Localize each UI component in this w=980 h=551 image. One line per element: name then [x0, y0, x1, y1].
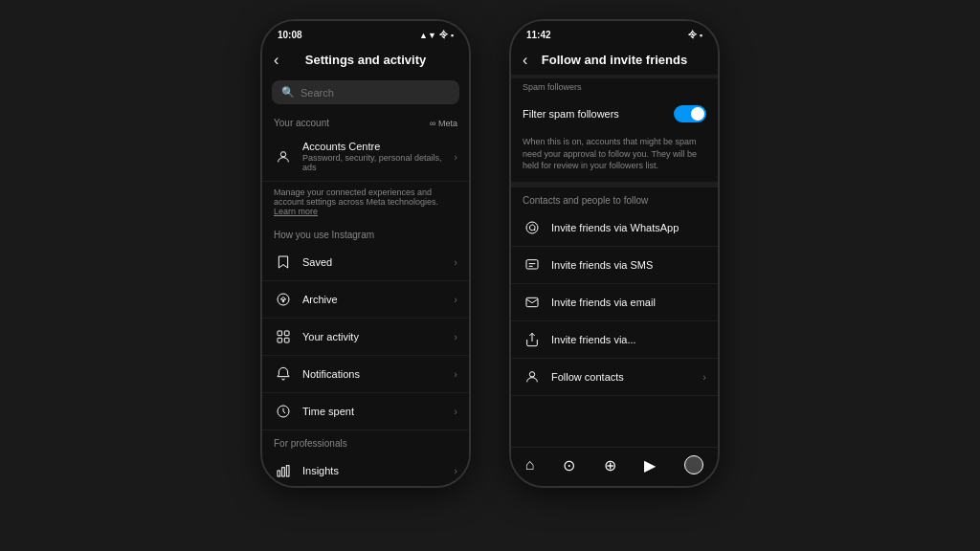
archive-item[interactable]: Archive › [262, 281, 469, 319]
filter-spam-label: Filter spam followers [523, 108, 619, 120]
your-account-section: Your account ∞ Meta [262, 110, 469, 132]
invite-email-label: Invite friends via email [551, 297, 706, 308]
notifications-content: Notifications [302, 368, 454, 380]
person-icon [523, 367, 542, 386]
scroll-content-1: Your account ∞ Meta Accounts Centre Pass… [262, 110, 469, 486]
search-bar[interactable]: 🔍 [272, 80, 459, 104]
reels-nav-icon-2[interactable]: ▶ [644, 456, 656, 474]
follow-contacts-content: Follow contacts [551, 371, 702, 383]
scroll-content-2: Spam followers Filter spam followers Whe… [511, 75, 718, 486]
meta-logo: ∞ Meta [430, 119, 457, 128]
invite-sms-item[interactable]: Invite friends via SMS [511, 247, 718, 284]
your-account-label: Your account [274, 118, 329, 128]
time-spent-item[interactable]: Time spent › [262, 393, 469, 430]
whatsapp-icon [523, 218, 542, 237]
archive-label: Archive [302, 294, 454, 305]
saved-chevron: › [454, 256, 457, 268]
status-icons-1: ▲▼ 令 ▪ [419, 29, 454, 41]
archive-icon [274, 290, 293, 309]
archive-content: Archive [302, 294, 454, 305]
invite-whatsapp-content: Invite friends via WhatsApp [551, 222, 706, 233]
filter-spam-row: Filter spam followers [511, 96, 718, 132]
svg-rect-17 [526, 259, 538, 268]
share-icon [523, 330, 542, 349]
saved-item[interactable]: Saved › [262, 244, 469, 281]
insights-label: Insights [302, 465, 454, 476]
svg-rect-5 [284, 338, 289, 342]
svg-point-0 [280, 151, 285, 156]
saved-label: Saved [302, 256, 454, 268]
follow-contacts-label: Follow contacts [551, 371, 702, 383]
battery-icon-2: ▪ [700, 31, 702, 40]
your-activity-item[interactable]: Your activity › [262, 319, 469, 356]
invite-whatsapp-item[interactable]: Invite friends via WhatsApp [511, 209, 718, 247]
notifications-chevron: › [454, 368, 457, 380]
invite-other-label: Invite friends via... [551, 334, 706, 345]
battery-icon: ▪ [451, 31, 454, 40]
phone-settings: 10:08 ▲▼ 令 ▪ ‹ Settings and activity 🔍 [260, 19, 471, 488]
chart-icon [274, 461, 293, 480]
invite-email-item[interactable]: Invite friends via email [511, 284, 718, 321]
invite-other-item[interactable]: Invite friends via... [511, 321, 718, 359]
email-icon [523, 293, 542, 312]
page-title-1: Settings and activity [305, 53, 426, 67]
insights-chevron: › [454, 465, 457, 476]
svg-rect-2 [278, 331, 282, 336]
search-input[interactable] [301, 87, 450, 99]
page-title-2: Follow and invite friends [542, 53, 687, 67]
follow-contacts-item[interactable]: Follow contacts › [511, 359, 718, 396]
activity-content: Your activity [302, 331, 454, 342]
svg-rect-9 [286, 466, 289, 476]
svg-point-1 [278, 294, 289, 305]
accounts-chevron: › [454, 151, 457, 163]
svg-rect-3 [284, 331, 289, 336]
accounts-centre-item[interactable]: Accounts Centre Password, security, pers… [262, 132, 469, 182]
svg-rect-8 [282, 468, 285, 476]
back-button-1[interactable]: ‹ [274, 52, 278, 69]
filter-spam-toggle[interactable] [674, 105, 706, 122]
archive-chevron: › [454, 294, 457, 305]
nav-header-1: ‹ Settings and activity [262, 45, 469, 75]
add-nav-icon-2[interactable]: ⊕ [604, 456, 616, 474]
bookmark-icon [274, 253, 293, 272]
time-spent-chevron: › [454, 406, 457, 417]
wifi-icon-2: 令 [688, 29, 697, 41]
signal-icon: ▲▼ [419, 31, 436, 40]
accounts-subtitle: Password, security, personal details, ad… [302, 153, 454, 172]
back-button-2[interactable]: ‹ [523, 52, 527, 69]
status-time-2: 11:42 [526, 30, 551, 40]
profile-nav-avatar-2[interactable] [684, 455, 703, 474]
insights-item[interactable]: Insights › [262, 452, 469, 486]
phone-follow: 11:42 令 ▪ ‹ Follow and invite friends Sp… [509, 19, 720, 488]
status-bar-1: 10:08 ▲▼ 令 ▪ [262, 21, 469, 45]
saved-content: Saved [302, 256, 454, 268]
notifications-item[interactable]: Notifications › [262, 356, 469, 393]
svg-rect-18 [526, 298, 538, 306]
invite-sms-label: Invite friends via SMS [551, 259, 706, 271]
insights-content: Insights [302, 465, 454, 476]
notifications-label: Notifications [302, 368, 454, 380]
accounts-info: Manage your connected experiences and ac… [262, 182, 469, 222]
wifi-icon: 令 [439, 29, 448, 41]
accounts-title: Accounts Centre [302, 141, 454, 152]
activity-label: Your activity [302, 331, 454, 342]
page-wrapper: 10:08 ▲▼ 令 ▪ ‹ Settings and activity 🔍 [0, 0, 980, 551]
svg-rect-4 [278, 338, 282, 342]
search-nav-icon-2[interactable]: ⊙ [563, 456, 575, 474]
svg-rect-7 [278, 471, 280, 476]
sms-icon [523, 255, 542, 275]
invite-email-content: Invite friends via email [551, 297, 706, 308]
time-spent-label: Time spent [302, 406, 454, 417]
toggle-description: When this is on, accounts that might be … [511, 132, 718, 182]
accounts-content: Accounts Centre Password, security, pers… [302, 141, 454, 172]
activity-icon [274, 327, 293, 346]
bottom-nav-2: ⌂ ⊙ ⊕ ▶ [511, 447, 718, 486]
search-icon: 🔍 [281, 86, 295, 99]
invite-sms-content: Invite friends via SMS [551, 259, 706, 271]
status-bar-2: 11:42 令 ▪ [511, 21, 718, 45]
status-time-1: 10:08 [278, 30, 302, 40]
how-you-use-label: How you use Instagram [274, 230, 374, 240]
home-nav-icon-2[interactable]: ⌂ [525, 456, 535, 474]
learn-more-link[interactable]: Learn more [274, 207, 318, 216]
for-professionals-label: For professionals [274, 438, 347, 449]
